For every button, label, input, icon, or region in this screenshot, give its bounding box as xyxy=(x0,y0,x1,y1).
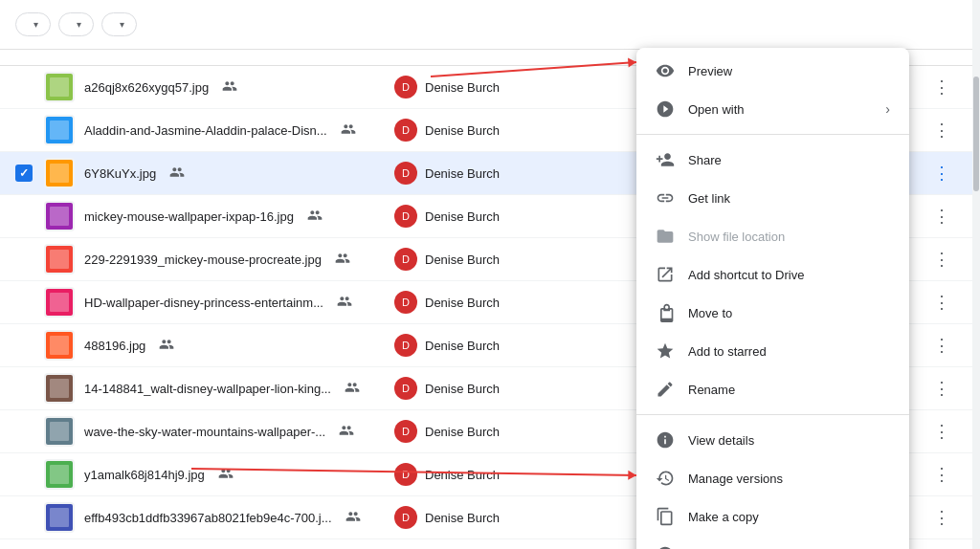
menu-item-share[interactable]: Share xyxy=(636,141,909,179)
more-options-button[interactable]: ⋮ xyxy=(926,502,957,533)
menu-item-make-copy[interactable]: Make a copy xyxy=(636,497,909,536)
menu-item-label: Move to xyxy=(688,306,890,320)
checkbox-unchecked[interactable] xyxy=(15,380,33,397)
menu-item-label: Open with xyxy=(688,102,872,117)
menu-divider xyxy=(636,134,909,135)
checkbox-unchecked[interactable] xyxy=(15,78,33,96)
more-options-button[interactable]: ⋮ xyxy=(926,115,957,145)
owner-name: Denise Burch xyxy=(425,166,500,181)
owner-name: Denise Burch xyxy=(425,80,500,95)
checkbox-unchecked[interactable] xyxy=(15,294,33,311)
owner-avatar: D xyxy=(394,334,417,357)
file-name: a26qj8x626xygq57.jpg xyxy=(84,80,209,95)
owner-avatar: D xyxy=(394,420,417,443)
checkbox-unchecked[interactable] xyxy=(15,509,33,526)
svg-rect-1 xyxy=(50,77,69,97)
menu-item-label: Make a copy xyxy=(688,510,890,524)
menu-item-label: Rename xyxy=(688,383,890,397)
menu-item-label: View details xyxy=(688,433,890,448)
menu-item-open-with[interactable]: Open with › xyxy=(636,90,909,128)
owner-avatar: D xyxy=(394,506,417,529)
more-options-button[interactable]: ⋮ xyxy=(926,72,957,102)
file-name-cell: effb493cb1ddfb33967ab8021feb9e4c-700.j..… xyxy=(15,502,394,533)
people-filter[interactable]: ▾ xyxy=(58,12,94,36)
owner-cell: D Denise Burch xyxy=(394,291,547,314)
file-name-cell: mickey-mouse-wallpaper-ixpap-16.jpg xyxy=(15,201,394,231)
checkbox-unchecked[interactable] xyxy=(15,121,33,139)
file-type-filter[interactable]: ▾ xyxy=(15,12,51,36)
file-thumbnail xyxy=(44,416,75,447)
more-options-button[interactable]: ⋮ xyxy=(926,330,957,361)
svg-rect-21 xyxy=(50,508,69,527)
more-options-button[interactable]: ⋮ xyxy=(926,244,957,274)
checkbox-unchecked[interactable] xyxy=(15,251,33,268)
owner-cell: D Denise Burch xyxy=(394,205,547,228)
owner-name: Denise Burch xyxy=(425,468,500,482)
more-options-button[interactable]: ⋮ xyxy=(926,287,957,318)
file-name: effb493cb1ddfb33967ab8021feb9e4c-700.j..… xyxy=(84,511,332,525)
shared-icon xyxy=(339,423,354,441)
owner-name: Denise Burch xyxy=(425,511,500,525)
owner-name: Denise Burch xyxy=(425,209,500,224)
shared-icon xyxy=(345,380,360,398)
checkbox-unchecked[interactable] xyxy=(15,337,33,354)
more-options-button[interactable]: ⋮ xyxy=(926,459,957,490)
more-options-button[interactable]: ⋮ xyxy=(926,201,957,231)
menu-item-label: Add shortcut to Drive xyxy=(688,268,890,282)
more-options-button[interactable]: ⋮ xyxy=(926,158,957,188)
owner-name: Denise Burch xyxy=(425,123,500,138)
filter-bar: ▾ ▾ ▾ xyxy=(0,0,980,50)
owner-name: Denise Burch xyxy=(425,296,500,310)
link-icon xyxy=(656,188,675,208)
menu-item-label: Show file location xyxy=(688,230,890,244)
move-icon xyxy=(656,303,675,322)
menu-item-get-link[interactable]: Get link xyxy=(636,179,909,217)
shortcut-icon xyxy=(656,265,675,284)
menu-item-view-details[interactable]: View details xyxy=(636,421,909,459)
file-name-cell: wave-the-sky-water-mountains-wallpaper-.… xyxy=(15,416,394,447)
owner-avatar: D xyxy=(394,162,417,185)
menu-item-add-shortcut[interactable]: Add shortcut to Drive xyxy=(636,255,909,294)
menu-item-add-starred[interactable]: Add to starred xyxy=(636,332,909,370)
file-name: 6Y8KuYx.jpg xyxy=(84,166,156,181)
more-options-button[interactable]: ⋮ xyxy=(926,416,957,447)
svg-rect-5 xyxy=(50,164,69,183)
file-name: wave-the-sky-water-mountains-wallpaper-.… xyxy=(84,425,325,439)
checkbox-unchecked[interactable] xyxy=(15,423,33,440)
menu-item-preview[interactable]: Preview xyxy=(636,52,909,90)
scrollbar-thumb[interactable] xyxy=(973,77,979,191)
menu-item-show-file-location: Show file location xyxy=(636,217,909,255)
svg-rect-15 xyxy=(50,379,69,398)
checkbox-unchecked[interactable] xyxy=(15,208,33,225)
menu-item-manage-versions[interactable]: Manage versions xyxy=(636,459,909,497)
owner-avatar: D xyxy=(394,248,417,271)
file-thumbnail xyxy=(44,459,75,490)
more-options-button[interactable]: ⋮ xyxy=(926,373,957,404)
checkbox-unchecked[interactable] xyxy=(15,466,33,483)
copy-icon xyxy=(656,507,675,526)
open-with-icon xyxy=(656,99,675,119)
owner-avatar: D xyxy=(394,119,417,142)
svg-rect-19 xyxy=(50,465,69,484)
menu-item-report-abuse[interactable]: Report abuse xyxy=(636,536,909,549)
file-thumbnail xyxy=(44,115,75,145)
svg-rect-3 xyxy=(50,121,69,140)
checkbox-checked-icon[interactable] xyxy=(15,165,33,182)
scrollbar[interactable] xyxy=(972,0,980,549)
owner-cell: D Denise Burch xyxy=(394,334,547,357)
file-name-cell: y1amalk68j814hj9.jpg xyxy=(15,459,394,490)
owner-name: Denise Burch xyxy=(425,339,500,353)
shared-icon xyxy=(307,208,323,226)
file-name-cell: HD-wallpaper-disney-princess-entertainm.… xyxy=(15,287,394,318)
menu-item-move-to[interactable]: Move to xyxy=(636,294,909,332)
menu-item-label: Get link xyxy=(688,191,890,206)
menu-item-rename[interactable]: Rename xyxy=(636,370,909,408)
owner-cell: D Denise Burch xyxy=(394,506,547,529)
owner-cell: D Denise Burch xyxy=(394,377,547,400)
svg-rect-9 xyxy=(50,250,69,269)
submenu-arrow-icon: › xyxy=(885,101,890,117)
shared-icon xyxy=(222,78,237,97)
file-thumbnail xyxy=(44,72,75,102)
owner-cell: D Denise Burch xyxy=(394,463,547,486)
last-modified-filter[interactable]: ▾ xyxy=(101,12,137,36)
